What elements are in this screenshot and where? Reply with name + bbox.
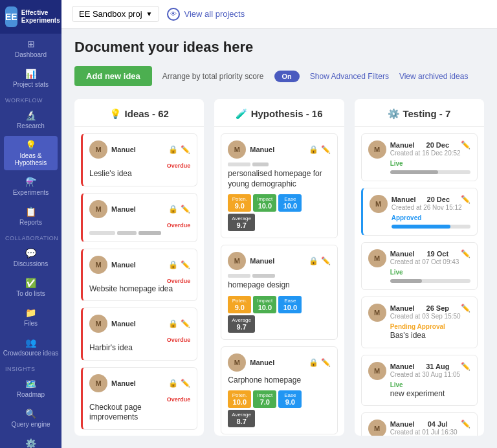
- progress-bar: [392, 225, 470, 229]
- progress-bar: [390, 170, 470, 174]
- sidebar-item-roadmap[interactable]: 🗺️ Roadmap: [0, 374, 61, 403]
- research-icon: 🔬: [25, 110, 36, 120]
- avatar: M: [370, 195, 388, 213]
- testing-column-icon: ⚙️: [388, 108, 400, 119]
- table-row: M Manuel 19 Oct ✏️ Created at 07 Oct 09:…: [361, 242, 478, 290]
- sidebar-item-todo[interactable]: ✅ To do lists: [0, 273, 61, 302]
- sidebar-item-query[interactable]: 🔍 Query engine: [0, 403, 61, 433]
- avatar: M: [89, 374, 107, 392]
- ideas-icon: 💡: [25, 140, 36, 150]
- status-badge: Live: [390, 159, 403, 168]
- card-title: new experiment: [390, 389, 470, 399]
- avatar: M: [368, 362, 386, 380]
- card-title: Harbir's idea: [89, 343, 190, 353]
- score-badges: Poten.10.0 Impact7.0 Ease9.0 Average8.7: [228, 390, 330, 427]
- table-row: M Manuel 26 Sep ✏️ Created at 03 Sep 15:…: [361, 297, 478, 348]
- created-date: Created at 30 Aug 11:05: [390, 371, 470, 378]
- testing-column-header: ⚙️ Testing - 7: [355, 99, 484, 127]
- score-average: Average9.7: [228, 315, 255, 333]
- edit-icon: ✏️: [181, 145, 190, 154]
- edit-icon: ✏️: [461, 249, 470, 258]
- main-content: EE Sandbox proj ▼ 👁 View all projects Do…: [61, 0, 497, 448]
- topbar: EE Sandbox proj ▼ 👁 View all projects: [61, 0, 497, 28]
- table-row: M Manuel 31 Aug ✏️ Created at 30 Aug 11:…: [361, 355, 478, 407]
- lock-icon: 🔒: [309, 145, 318, 154]
- logo-text: EffectiveExperiments: [21, 9, 60, 25]
- lock-icon: 🔒: [168, 205, 178, 214]
- reports-icon: 📋: [25, 207, 36, 217]
- view-all-projects-button[interactable]: 👁 View all projects: [167, 8, 245, 21]
- project-selector[interactable]: EE Sandbox proj ▼: [72, 6, 159, 22]
- ideas-column-header: 💡 Ideas - 62: [74, 99, 204, 127]
- created-date: Created at 07 Oct 09:43: [390, 258, 470, 265]
- priority-toggle[interactable]: On: [274, 71, 300, 82]
- add-new-idea-button[interactable]: Add new idea: [74, 66, 152, 86]
- lock-icon: 🔒: [309, 358, 318, 367]
- sidebar-item-research[interactable]: 🔬 Research: [0, 105, 61, 135]
- hypothesis-column: 🧪 Hypothesis - 16 M Manuel 🔒 ✏️: [214, 99, 344, 436]
- score-ease: Ease9.0: [278, 390, 302, 408]
- edit-icon: ✏️: [461, 304, 470, 313]
- avatar: M: [368, 140, 386, 159]
- sidebar-item-discussions[interactable]: 💬 Discussions: [0, 243, 61, 273]
- query-icon: 🔍: [25, 409, 36, 419]
- sidebar-item-reports[interactable]: 📋 Reports: [0, 201, 61, 231]
- ideas-column: 💡 Ideas - 62 M Manuel 🔒 ✏️ Overdue Lesli…: [74, 99, 204, 436]
- lock-icon: 🔒: [168, 379, 178, 388]
- progress-bar: [228, 274, 330, 278]
- edit-icon: ✏️: [461, 362, 470, 371]
- todo-icon: ✅: [25, 278, 36, 288]
- lock-icon: 🔒: [168, 260, 178, 269]
- score-potential: Poten.9.0: [228, 296, 251, 313]
- score-badges: Poten.9.0 Impact10.0 Ease10.0 Average9.7: [228, 296, 330, 333]
- sidebar-logo[interactable]: EE EffectiveExperiments: [0, 0, 61, 34]
- sidebar-item-dashboard[interactable]: ⊞ Dashboard: [0, 34, 61, 63]
- avatar: M: [368, 420, 386, 436]
- sidebar-item-project-stats[interactable]: 📊 Project stats: [0, 63, 61, 93]
- score-average: Average8.7: [228, 410, 255, 427]
- card-description: personalised homepage for young demograp…: [228, 169, 330, 189]
- card-description: Carphone homepage: [228, 375, 330, 386]
- card-title: Website homepage idea: [89, 284, 190, 295]
- card-title: Bas's idea: [390, 331, 470, 341]
- sidebar-item-experiments[interactable]: ⚗️ Experiments: [0, 172, 61, 201]
- sidebar-item-crowdsource[interactable]: 👥 Crowdsource ideas: [0, 332, 61, 362]
- avatar: M: [89, 140, 107, 159]
- avatar: M: [89, 200, 107, 218]
- sidebar-item-settings[interactable]: ⚙️ Project settings: [0, 433, 61, 448]
- edit-icon: ✏️: [461, 140, 470, 150]
- sidebar-item-ideas[interactable]: 💡 Ideas & Hypothesis: [4, 136, 58, 170]
- score-ease: Ease10.0: [278, 194, 302, 212]
- stats-icon: 📊: [25, 69, 36, 79]
- lock-icon: 🔒: [168, 145, 178, 154]
- view-archived-link[interactable]: View archived ideas: [399, 72, 469, 81]
- status-badge: Live: [390, 381, 403, 389]
- ideas-column-icon: 💡: [109, 108, 122, 119]
- edit-icon: ✏️: [321, 358, 331, 367]
- table-row: M Manuel 🔒 ✏️ Overdue Harbir's idea: [81, 308, 197, 361]
- edit-icon: ✏️: [181, 260, 190, 269]
- score-average: Average9.7: [228, 214, 255, 231]
- sidebar-item-files[interactable]: 📁 Files: [0, 302, 61, 332]
- created-date: Created at 26 Nov 15:12: [392, 204, 470, 211]
- testing-column-title: Testing - 7: [403, 108, 450, 119]
- avatar: M: [368, 249, 386, 267]
- table-row: M Manuel 🔒 ✏️ personalised homepage for …: [221, 133, 337, 238]
- discussions-icon: 💬: [25, 248, 36, 258]
- roadmap-icon: 🗺️: [25, 379, 36, 389]
- show-advanced-filters-link[interactable]: Show Advanced Filters: [310, 72, 389, 81]
- score-potential: Poten.9.0: [228, 194, 251, 212]
- edit-icon: ✏️: [461, 195, 470, 204]
- lock-icon: 🔒: [168, 319, 178, 328]
- avatar: M: [228, 252, 246, 270]
- avatar: M: [89, 315, 107, 333]
- score-impact: Impact7.0: [253, 390, 276, 408]
- edit-icon: ✏️: [461, 420, 470, 429]
- avatar: M: [89, 256, 107, 274]
- edit-icon: ✏️: [321, 145, 331, 154]
- insights-section-label: INSIGHTS: [0, 362, 61, 374]
- table-row: M Manuel 🔒 ✏️ Overdue Checkout page impr…: [81, 367, 197, 430]
- chevron-down-icon: ▼: [146, 10, 153, 17]
- score-impact: Impact10.0: [253, 194, 276, 212]
- page-content: Document your ideas here Add new idea Ar…: [61, 28, 497, 448]
